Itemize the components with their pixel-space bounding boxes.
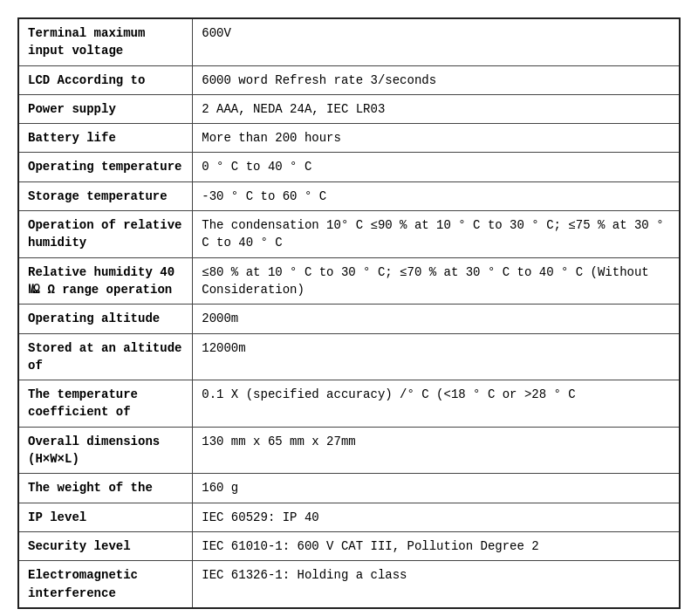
- table-row: Operation of relative humidityThe conden…: [18, 211, 680, 258]
- spec-value: 160 g: [193, 474, 680, 503]
- spec-value: 600V: [193, 18, 680, 65]
- spec-value: 6000 word Refresh rate 3/seconds: [193, 65, 680, 94]
- table-row: Operating altitude2000m: [18, 305, 680, 333]
- spec-value: 12000m: [193, 333, 680, 380]
- spec-label: Electromagnetic interference: [18, 561, 193, 608]
- spec-label: Power supply: [18, 94, 193, 123]
- spec-value: IEC 61326-1: Holding a class: [193, 561, 680, 608]
- spec-value: ≤80 % at 10 ° C to 30 ° C; ≤70 % at 30 °…: [193, 257, 680, 305]
- spec-label: Operating temperature: [18, 153, 193, 181]
- spec-label: Storage temperature: [18, 181, 193, 210]
- table-row: Power supply2 AAA, NEDA 24A, IEC LR03: [18, 94, 680, 123]
- spec-label: Operation of relative humidity: [18, 211, 193, 258]
- spec-value: 130 mm x 65 mm x 27mm: [193, 427, 680, 474]
- spec-value: More than 200 hours: [193, 124, 680, 153]
- spec-label: Stored at an altitude of: [18, 333, 193, 380]
- table-row: Storage temperature-30 ° C to 60 ° C: [18, 181, 680, 210]
- table-row: Stored at an altitude of12000m: [18, 333, 680, 380]
- spec-value: 2 AAA, NEDA 24A, IEC LR03: [193, 94, 680, 123]
- table-row: Relative humidity 40 ㏁ Ω range operation…: [18, 257, 680, 305]
- spec-value: The condensation 10° C ≤90 % at 10 ° C t…: [193, 211, 680, 258]
- spec-label: The weight of the: [18, 474, 193, 503]
- table-row: Battery lifeMore than 200 hours: [18, 124, 680, 153]
- table-row: Security levelIEC 61010-1: 600 V CAT III…: [18, 531, 680, 560]
- spec-value: 0.1 X (specified accuracy) /° C (<18 ° C…: [193, 380, 680, 428]
- spec-value: 2000m: [193, 305, 680, 333]
- table-row: IP levelIEC 60529: IP 40: [18, 503, 680, 531]
- spec-value: IEC 60529: IP 40: [193, 503, 680, 531]
- spec-label: Relative humidity 40 ㏁ Ω range operation: [18, 257, 193, 305]
- spec-label: Operating altitude: [18, 305, 193, 333]
- spec-label: Security level: [18, 531, 193, 560]
- spec-label: Battery life: [18, 124, 193, 153]
- specifications-table: Terminal maximum input voltage600VLCD Ac…: [17, 17, 681, 609]
- spec-label: Overall dimensions (H×W×L): [18, 427, 193, 474]
- spec-label: Terminal maximum input voltage: [18, 18, 193, 65]
- spec-label: IP level: [18, 503, 193, 531]
- table-row: LCD According to6000 word Refresh rate 3…: [18, 65, 680, 94]
- table-row: Overall dimensions (H×W×L)130 mm x 65 mm…: [18, 427, 680, 474]
- spec-value: 0 ° C to 40 ° C: [193, 153, 680, 181]
- table-row: Electromagnetic interferenceIEC 61326-1:…: [18, 561, 680, 608]
- spec-label: LCD According to: [18, 65, 193, 94]
- table-row: Terminal maximum input voltage600V: [18, 18, 680, 65]
- spec-value: IEC 61010-1: 600 V CAT III, Pollution De…: [193, 531, 680, 560]
- table-row: Operating temperature0 ° C to 40 ° C: [18, 153, 680, 181]
- table-row: The temperature coefficient of0.1 X (spe…: [18, 380, 680, 428]
- table-row: The weight of the160 g: [18, 474, 680, 503]
- spec-value: -30 ° C to 60 ° C: [193, 181, 680, 210]
- spec-label: The temperature coefficient of: [18, 380, 193, 428]
